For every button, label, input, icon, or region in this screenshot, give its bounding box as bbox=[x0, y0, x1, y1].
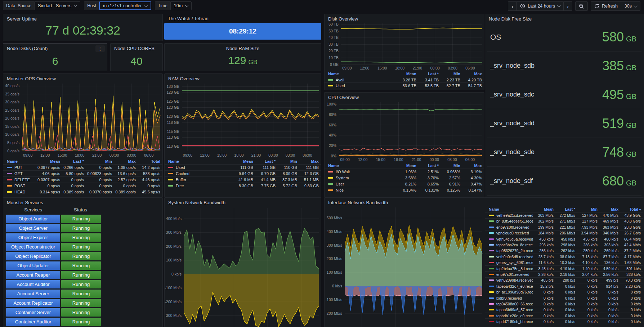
legend-row[interactable]: genev_sys_6081.received11.6 kb/s10.3 kb/… bbox=[485, 260, 643, 265]
legend-row[interactable]: GET4.06 ops/s5.80 ops/s0.00623 ops/s13.6… bbox=[3, 170, 162, 176]
series-name[interactable]: lxdbr0.received bbox=[489, 296, 533, 300]
system-network-chart[interactable]: 400 Mb/s300 Mb/s200 Mb/s100 Mb/s0 kb/s-1… bbox=[165, 206, 321, 327]
series-name[interactable]: tap04508a00_66.received bbox=[489, 302, 533, 306]
legend-row[interactable]: Used53.6 TB53.5 TB52.7 TB54.7 TB bbox=[325, 82, 484, 88]
panel-menu-icon[interactable]: ⋮ bbox=[95, 45, 105, 52]
disk-chart[interactable]: 0 GB10 TB20 TB30 TB40 TB50 TB60 TB09:001… bbox=[325, 21, 484, 71]
legend-row[interactable]: I/O Wait1.96%2.51%0.968%3.19% bbox=[325, 169, 484, 175]
legend-row[interactable]: vpncloud0.received184 Mb/s206 Mb/s3.94 M… bbox=[485, 230, 643, 236]
series-name[interactable]: User bbox=[328, 182, 393, 186]
legend-header-cell[interactable]: Mean bbox=[393, 72, 416, 76]
series-name[interactable]: br_ac1996a98d76.received bbox=[489, 290, 533, 294]
series-name[interactable]: tap2b4aa75e_8d.received bbox=[489, 266, 533, 271]
legend-header-cell[interactable]: Min bbox=[439, 72, 460, 76]
refresh-button[interactable]: Refresh bbox=[591, 1, 621, 11]
legend-header-cell[interactable]: Total bbox=[136, 159, 160, 164]
series-name[interactable]: tapac3ba2ca_8e.received bbox=[489, 243, 533, 247]
legend-header-cell[interactable]: Min bbox=[439, 164, 460, 168]
series-name[interactable]: POST bbox=[7, 184, 33, 188]
chart-canvas[interactable]: 500 Mb/s400 Mb/s300 Mb/s200 Mb/s100 Mb/s… bbox=[325, 206, 484, 327]
chart-canvas[interactable]: 400 Mb/s300 Mb/s200 Mb/s100 Mb/s0 kb/s-1… bbox=[165, 206, 321, 327]
legend-row[interactable]: lxdbr0.received0 kb/s0 kb/s0 kb/s0 kb/s0… bbox=[485, 295, 643, 301]
legend-header-cell[interactable]: Max bbox=[297, 159, 319, 164]
series-name[interactable]: Used bbox=[328, 84, 393, 88]
series-name[interactable]: Buffer bbox=[168, 178, 229, 182]
legend-row[interactable]: vethe9a21cd.received303 Mb/s272 Mb/s127 … bbox=[485, 212, 643, 218]
series-name[interactable]: veth9a0c3d8.received bbox=[489, 255, 533, 259]
legend-row[interactable]: tapdd7180cb_bb.received0 kb/s0 kb/s0 kb/… bbox=[485, 318, 643, 324]
legend-header-cell[interactable]: Last * bbox=[416, 72, 439, 76]
legend-row[interactable]: veth9a0c3d8.received28.7 kb/s38.0 kb/s7.… bbox=[485, 254, 643, 259]
series-name[interactable]: tapbdb1c26e_e0.received bbox=[489, 314, 533, 318]
legend-header-cell[interactable]: Max bbox=[460, 72, 482, 76]
legend-header-cell[interactable]: Min bbox=[84, 159, 112, 164]
legend-row[interactable]: veth54c6c6a.received458 kb/s458 kb/s456 … bbox=[485, 236, 643, 242]
interface-network-chart[interactable]: 500 Mb/s400 Mb/s300 Mb/s200 Mb/s100 Mb/s… bbox=[325, 206, 484, 327]
chart-canvas[interactable]: 0 GB10 TB20 TB30 TB40 TB50 TB60 TB09:001… bbox=[325, 21, 484, 71]
legend-row[interactable]: Nice0.134%0.131%0.125%0.147% bbox=[325, 187, 484, 193]
legend-header-cell[interactable]: Last * bbox=[416, 164, 439, 168]
time-select[interactable]: 10m bbox=[170, 1, 192, 10]
series-name[interactable]: DELETE bbox=[7, 178, 33, 182]
legend-row[interactable]: User8.21%8.65%6.91%9.47% bbox=[325, 181, 484, 187]
legend-row[interactable]: System3.58%3.70%2.57%4.30% bbox=[325, 175, 484, 181]
legend-header-cell[interactable]: Min bbox=[575, 207, 598, 211]
ops-chart[interactable]: 0 ops/s5 ops/s10 ops/s15 ops/s20 ops/s25… bbox=[3, 82, 162, 158]
legend-header-cell[interactable]: Mean bbox=[229, 159, 253, 164]
time-range-forward-button[interactable]: › bbox=[563, 1, 572, 11]
series-name[interactable]: vpncloud0.received bbox=[489, 231, 533, 235]
series-name[interactable]: veth82099b4.received bbox=[489, 278, 533, 282]
chart-canvas[interactable]: 0 ops/s5 ops/s10 ops/s15 ops/s20 ops/s25… bbox=[3, 82, 162, 158]
series-name[interactable]: tape5a432c7_e0.received bbox=[489, 284, 533, 288]
series-name[interactable]: vethe9a21cd.received bbox=[489, 213, 533, 218]
legend-header-cell[interactable]: Last * bbox=[253, 159, 276, 164]
series-name[interactable]: Nice bbox=[328, 188, 393, 192]
legend-row[interactable]: br_83f54edeef51.received302 Mb/s271 Mb/s… bbox=[485, 218, 643, 224]
legend-row[interactable]: DELETE0.0307 ops/s0 ops/s0 ops/s2.57 ops… bbox=[3, 176, 162, 183]
legend-header-cell[interactable]: Name bbox=[328, 72, 393, 76]
legend-row[interactable]: enp97s0f0.received199 Mb/s221 Mb/s7.93 M… bbox=[485, 224, 643, 230]
series-name[interactable]: PUT bbox=[7, 165, 33, 170]
legend-row[interactable]: tap05326279_2b.received256 kb/s262 kb/s2… bbox=[485, 248, 643, 254]
legend-row[interactable]: enp97s0f1.received2.26 kb/s2.18 kb/s2.04… bbox=[485, 271, 643, 277]
legend-header-cell[interactable]: Total▾ bbox=[618, 207, 641, 211]
legend-header-cell[interactable]: Mean bbox=[33, 159, 60, 164]
series-name[interactable]: HEAD bbox=[7, 190, 33, 194]
zoom-out-button[interactable] bbox=[575, 1, 588, 11]
series-name[interactable]: veth54c6c6a.received bbox=[489, 237, 533, 241]
legend-header-cell[interactable]: Max bbox=[460, 164, 482, 168]
series-name[interactable]: tapdd7180cb_bb.received bbox=[489, 319, 533, 324]
series-name[interactable]: Free bbox=[168, 184, 229, 188]
time-range-picker[interactable]: Last 24 hours bbox=[516, 1, 564, 11]
legend-row[interactable]: POST0 ops/s0 ops/s0 ops/s0 ops/s0 ops/s bbox=[3, 183, 162, 189]
legend-header-cell[interactable]: Name bbox=[328, 164, 393, 168]
series-name[interactable]: tapaa3b99a6_57.received bbox=[489, 308, 533, 312]
legend-row[interactable]: Used111 GB111 GB110 GB111 GB bbox=[165, 164, 321, 170]
series-name[interactable]: br_83f54edeef51.received bbox=[489, 219, 533, 223]
legend-row[interactable]: Cached9.64 GB9.70 GB8.09 GB12.3 GB bbox=[165, 170, 321, 176]
legend-header-cell[interactable]: Max bbox=[598, 207, 618, 211]
legend-header-cell[interactable]: Mean bbox=[393, 164, 416, 168]
legend-row[interactable]: Avail3.28 TB3.41 TB2.23 TB4.20 TB bbox=[325, 77, 484, 82]
series-name[interactable]: enp97s0f0.received bbox=[489, 225, 533, 229]
legend-header-cell[interactable]: Name bbox=[489, 207, 533, 211]
legend-header-cell[interactable]: Last * bbox=[554, 207, 575, 211]
legend-header-cell[interactable]: Name bbox=[168, 159, 229, 164]
time-range-back-button[interactable]: ‹ bbox=[508, 1, 517, 11]
series-name[interactable]: Avail bbox=[328, 78, 393, 82]
legend-header-cell[interactable]: Name bbox=[7, 159, 33, 164]
chart-canvas[interactable]: 0%20%40%60%80%100%09:0012:0015:0018:0021… bbox=[325, 100, 484, 162]
legend-row[interactable]: PUT0.0977 ops/s0.266 ops/s0 ops/s1.08 op… bbox=[3, 164, 162, 170]
legend-row[interactable]: br_ac1996a98d76.received0 kb/s0 kb/s0 kb… bbox=[485, 289, 643, 295]
series-name[interactable]: enp97s0f1.received bbox=[489, 272, 533, 277]
series-name[interactable]: Cached bbox=[168, 171, 229, 176]
series-name[interactable]: System bbox=[328, 176, 393, 180]
ram-chart[interactable]: 110 GB113 GB115 GB118 GB120 GB123 GB125 … bbox=[165, 82, 321, 158]
legend-row[interactable]: tapaa3b99a6_57.received0 kb/s0 kb/s0 kb/… bbox=[485, 307, 643, 313]
datasource-select[interactable]: Sindad - Servers bbox=[34, 1, 80, 10]
legend-header-cell[interactable]: Min bbox=[276, 159, 297, 164]
legend-row[interactable]: HEAD0.314 ops/s0.389 ops/s0.0370 ops/s0.… bbox=[3, 189, 162, 195]
legend-row[interactable]: tap04508a00_66.received0 kb/s0 kb/s0 kb/… bbox=[485, 301, 643, 306]
series-name[interactable]: genev_sys_6081.received bbox=[489, 260, 533, 265]
refresh-interval-select[interactable]: 30s bbox=[621, 1, 640, 11]
